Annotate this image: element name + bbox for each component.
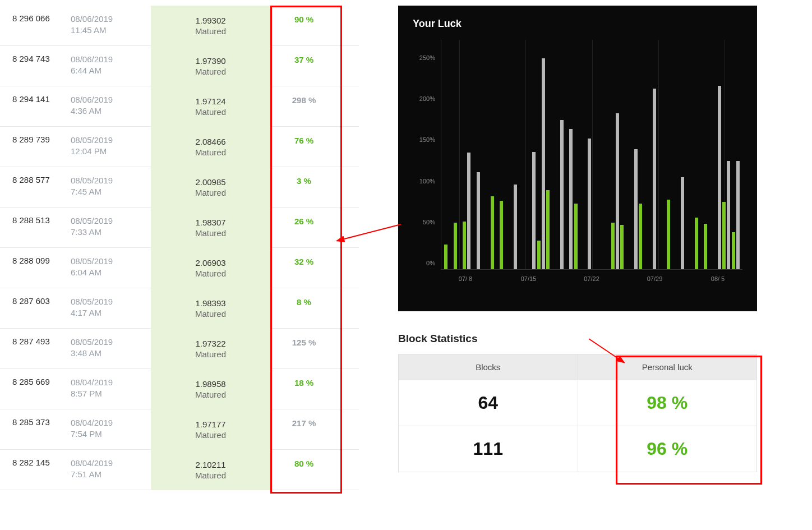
chart-area: 0%50%100%150%200%250% 07/ 807/1507/2207/… [413,40,742,287]
table-row[interactable]: 8 282 14508/04/20197:51 AM2.10211Matured… [0,450,359,490]
x-tick-label: 07/29 [638,275,672,282]
bar-blocks [574,204,578,269]
stats-row: 11196 % [399,426,756,472]
table-row[interactable]: 8 288 57708/05/20197:45 AM2.00985Matured… [0,167,359,208]
table-row[interactable]: 8 288 51308/05/20197:33 AM1.98307Matured… [0,208,359,248]
bar-luck [514,185,517,269]
bar-blocks [491,196,494,269]
bar-luck [477,172,480,269]
block-date: 08/06/20194:36 AM [71,94,151,117]
bar-group [472,172,480,269]
bar-luck [653,89,656,269]
table-row[interactable]: 8 287 60308/05/20194:17 AM1.98393Matured… [0,288,359,329]
bar-blocks [454,223,457,269]
block-date: 08/05/20197:33 AM [71,215,151,238]
bar-luck [532,152,536,269]
bar-blocks [500,201,503,269]
bar-luck [616,113,619,269]
y-tick-label: 0% [426,260,435,266]
block-luck: 26 % [270,215,338,226]
y-tick-label: 200% [419,95,435,102]
bar-luck [727,161,730,269]
bar-blocks [620,225,624,269]
block-luck: 76 % [270,135,338,145]
bar-blocks [537,241,541,269]
stats-luck-value: 98 % [578,380,757,426]
bar-group [556,120,564,270]
right-panel: Your Luck 0%50%100%150%200%250% 07/ 807/… [398,0,757,490]
y-tick-label: 250% [419,54,435,61]
block-reward: 2.10211Matured [151,450,270,490]
block-number: 8 289 739 [0,135,71,144]
y-tick-label: 100% [419,178,435,185]
block-luck: 90 % [270,13,338,24]
block-reward: 1.97177Matured [151,409,270,450]
block-luck: 298 % [270,94,338,105]
table-row[interactable]: 8 285 66908/04/20198:57 PM1.98958Matured… [0,369,359,409]
block-number: 8 288 513 [0,215,71,225]
luck-chart-card: Your Luck 0%50%100%150%200%250% 07/ 807/… [398,6,757,311]
x-tick-label: 07/ 8 [449,275,482,282]
block-number: 8 285 669 [0,377,71,386]
bar-blocks [463,222,466,269]
bar-blocks [704,224,707,269]
block-number: 8 285 373 [0,417,71,427]
block-date: 08/04/20197:51 AM [71,458,151,481]
table-row[interactable]: 8 294 74308/06/20196:44 AM1.97390Matured… [0,46,359,86]
block-reward: 1.97124Matured [151,86,270,127]
block-luck: 18 % [270,377,338,388]
bar-group [722,161,730,269]
bar-group [491,196,499,269]
table-row[interactable]: 8 289 73908/05/201912:04 PM2.08466Mature… [0,127,359,167]
block-luck: 80 % [270,458,338,468]
block-date: 08/06/20196:44 AM [71,54,151,77]
bar-blocks [444,245,447,269]
table-row[interactable]: 8 287 49308/05/20193:48 AM1.97322Matured… [0,329,359,369]
bar-group [620,225,628,269]
block-reward: 2.08466Matured [151,127,270,167]
stats-blocks-value: 111 [399,426,578,472]
bar-group [630,149,638,269]
bar-group [500,201,507,269]
table-row[interactable]: 8 288 09908/05/20196:04 AM2.06903Matured… [0,248,359,288]
y-tick-label: 150% [419,136,435,143]
block-reward: 1.98393Matured [151,288,270,329]
block-number: 8 282 145 [0,458,71,467]
bar-group [695,218,703,269]
block-statistics-title: Block Statistics [398,333,757,345]
bar-group [546,190,554,269]
bar-group [537,58,545,269]
block-date: 08/04/20197:54 PM [71,417,151,440]
block-reward: 1.98958Matured [151,369,270,409]
block-number: 8 288 577 [0,175,71,185]
bar-luck [569,129,573,269]
bar-group [713,86,721,269]
bar-group [528,152,536,269]
stats-header-blocks: Blocks [399,354,578,380]
table-row[interactable]: 8 285 37308/04/20197:54 PM1.97177Matured… [0,409,359,450]
y-tick-label: 50% [423,219,435,225]
block-date: 08/06/201911:45 AM [71,13,151,36]
table-row[interactable]: 8 294 14108/06/20194:36 AM1.97124Matured… [0,86,359,127]
block-reward: 2.00985Matured [151,167,270,208]
block-luck: 37 % [270,54,338,64]
block-date: 08/05/20194:17 AM [71,296,151,319]
block-reward: 1.99302Matured [151,6,270,46]
bar-luck [681,177,684,269]
block-number: 8 288 099 [0,256,71,265]
bar-group [704,224,712,269]
bar-luck [560,120,564,270]
bar-group [611,113,619,269]
table-row[interactable]: 8 296 06608/06/201911:45 AM1.99302Mature… [0,6,359,46]
bar-blocks [732,232,735,269]
x-tick-label: 07/22 [575,275,608,282]
block-date: 08/05/201912:04 PM [71,135,151,158]
bar-blocks [667,200,670,269]
block-date: 08/05/20197:45 AM [71,175,151,198]
bar-group [574,204,582,269]
chart-title: Your Luck [413,18,742,30]
bar-group [509,185,517,269]
bar-group [454,223,462,269]
bar-group [667,200,675,269]
stats-header-luck: Personal luck [578,354,757,380]
